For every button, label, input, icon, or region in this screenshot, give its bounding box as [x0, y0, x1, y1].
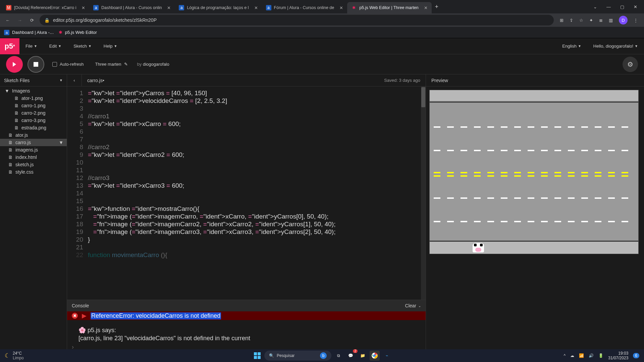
- file-item[interactable]: 🗎index.html: [0, 154, 67, 161]
- browser-tabs: M [Dúvida] ReferenceError: xCarro i ✕ a …: [0, 0, 587, 13]
- menu-sketch[interactable]: Sketch▼: [67, 38, 98, 54]
- new-tab-button[interactable]: +: [432, 0, 442, 13]
- taskbar-center: 🔍 Pesquisar b ⧉ 💬2 📁 ⌁: [252, 351, 392, 361]
- reading-list-icon[interactable]: ≣: [599, 18, 603, 23]
- minimize-icon[interactable]: ―: [606, 4, 611, 9]
- explorer-button[interactable]: 📁: [358, 351, 368, 361]
- chevron-down-icon[interactable]: ⌄: [593, 4, 597, 9]
- vscode-button[interactable]: ⌁: [382, 351, 392, 361]
- file-item[interactable]: 🗎style.css: [0, 168, 67, 176]
- collapse-sidebar-button[interactable]: ‹: [67, 74, 82, 86]
- menubar: p5* File▼ Edit▼ Sketch▼ Help▼ English▼ H…: [0, 38, 644, 54]
- console-error[interactable]: ✖ ▶ ReferenceError: velocidadeCarros is …: [67, 311, 426, 320]
- browser-tab[interactable]: a Fórum | Alura - Cursos online de ✕: [262, 2, 347, 13]
- file-item[interactable]: 🗎imagens.js: [0, 146, 67, 154]
- close-icon[interactable]: ✕: [254, 5, 258, 10]
- menu-edit[interactable]: Edit▼: [43, 38, 67, 54]
- reload-button[interactable]: ⟳: [28, 16, 36, 24]
- taskbar-clock[interactable]: 19:03 31/07/2023: [608, 351, 628, 360]
- chevron-down-icon[interactable]: ▼: [59, 140, 63, 145]
- gmail-icon: M: [6, 5, 11, 10]
- address-bar[interactable]: 🔒 editor.p5js.org/diogogarofalo/sketches…: [40, 15, 554, 25]
- taskbar-weather[interactable]: ☾ 24°C Limpo: [0, 351, 24, 360]
- start-button[interactable]: [252, 351, 262, 361]
- console-clear-button[interactable]: Clear⌄: [405, 303, 421, 308]
- play-button[interactable]: [6, 56, 23, 73]
- editor-body: Sketch Files ▼ ▼Imagens 🗎ator-1.png 🗎car…: [0, 74, 644, 349]
- back-button[interactable]: ←: [3, 16, 12, 24]
- p5-logo[interactable]: p5*: [0, 38, 19, 54]
- file-item[interactable]: 🗎carro-3.png: [0, 117, 67, 124]
- extensions-icon[interactable]: ✦: [589, 18, 593, 23]
- chrome-button[interactable]: [370, 351, 380, 361]
- bookmark-item[interactable]: ✱ p5.js Web Editor: [59, 30, 97, 35]
- file-tab[interactable]: carro.js•: [82, 78, 110, 83]
- code-editor[interactable]: 12345678910111213141516171819202122 ="kw…: [67, 86, 426, 300]
- browser-tab[interactable]: a Dashboard | Alura - Cursos onlin ✕: [89, 2, 175, 13]
- browser-tab[interactable]: M [Dúvida] ReferenceError: xCarro i ✕: [2, 2, 89, 13]
- kebab-menu-icon[interactable]: ⋮: [634, 18, 638, 23]
- scrollbar-thumb[interactable]: [421, 87, 425, 107]
- bookmark-label: p5.js Web Editor: [65, 30, 97, 35]
- notifications-button[interactable]: 6: [633, 353, 639, 358]
- sidebar-header[interactable]: Sketch Files ▼: [0, 74, 67, 86]
- volume-icon[interactable]: 🔊: [589, 353, 594, 358]
- console-body: ✖ ▶ ReferenceError: velocidadeCarros is …: [67, 311, 426, 349]
- onedrive-icon[interactable]: ☁: [570, 353, 574, 358]
- close-icon[interactable]: ✕: [424, 5, 428, 10]
- close-icon[interactable]: ✕: [82, 5, 85, 10]
- code-content[interactable]: ="kw">let ="ident">yCarros = [40, 96, 15…: [86, 86, 426, 300]
- folder-item[interactable]: ▼Imagens: [0, 87, 67, 95]
- file-icon: 🗎: [8, 155, 13, 160]
- bookmark-icon[interactable]: ☆: [579, 18, 583, 23]
- tab-title: Fórum | Alura - Cursos online de: [274, 5, 334, 10]
- sidepanel-icon[interactable]: ▥: [609, 18, 613, 23]
- wifi-icon[interactable]: 📶: [579, 353, 584, 358]
- file-item[interactable]: 🗎carro-2.png: [0, 109, 67, 117]
- scrollbar[interactable]: [421, 86, 426, 300]
- chevron-up-icon[interactable]: ^: [564, 353, 566, 358]
- autorefresh-label: Auto-refresh: [60, 62, 84, 67]
- pencil-icon: ✎: [124, 62, 128, 67]
- menu-file[interactable]: File▼: [19, 38, 43, 54]
- language-selector[interactable]: English▼: [556, 38, 587, 54]
- file-item[interactable]: 🗎sketch.js: [0, 161, 67, 168]
- settings-button[interactable]: ⚙: [623, 57, 638, 72]
- chat-button[interactable]: 💬2: [345, 351, 356, 361]
- forward-button[interactable]: →: [15, 16, 24, 24]
- translate-icon[interactable]: ⊞: [560, 18, 564, 23]
- console-prompt[interactable]: ›: [67, 342, 426, 349]
- file-item-selected[interactable]: 🗎carro.js▼: [0, 139, 67, 146]
- battery-icon[interactable]: 🔋: [598, 353, 603, 358]
- file-item[interactable]: 🗎carro-1.png: [0, 102, 67, 109]
- browser-tab-active[interactable]: ✱ p5.js Web Editor | Three marten ✕: [347, 2, 431, 13]
- p5-icon: ✱: [351, 5, 357, 10]
- user-greeting[interactable]: Hello, diogogarofalo!▼: [587, 38, 644, 54]
- profile-avatar[interactable]: D: [619, 16, 628, 24]
- stop-button[interactable]: [28, 56, 44, 73]
- stop-icon: [34, 62, 38, 67]
- file-item[interactable]: 🗎ator-1.png: [0, 95, 67, 102]
- sketch-name[interactable]: Three marten ✎: [95, 62, 128, 67]
- taskview-button[interactable]: ⧉: [333, 351, 343, 361]
- close-icon[interactable]: ✕: [167, 5, 171, 10]
- close-icon[interactable]: ✕: [339, 5, 343, 10]
- checkbox-icon: [52, 62, 57, 67]
- file-item[interactable]: 🗎estrada.png: [0, 124, 67, 131]
- file-icon: 🗎: [14, 96, 19, 101]
- moon-icon: ☾: [5, 352, 10, 359]
- system-tray: ^ ☁ 📶 🔊 🔋 19:03 31/07/2023 6: [564, 351, 644, 360]
- share-icon[interactable]: ⇪: [570, 18, 573, 23]
- bookmark-item[interactable]: a Dashboard | Alura -…: [4, 30, 54, 35]
- file-icon: 🗎: [8, 140, 13, 145]
- taskbar-search[interactable]: 🔍 Pesquisar b: [264, 351, 331, 361]
- menu-help[interactable]: Help▼: [98, 38, 123, 54]
- maximize-icon[interactable]: ▢: [620, 4, 624, 9]
- browser-tab[interactable]: a Lógica de programação: laços e l ✕: [175, 2, 262, 13]
- saved-status: Saved: 3 days ago: [384, 78, 426, 83]
- close-icon[interactable]: ✕: [634, 4, 637, 9]
- file-item[interactable]: 🗎ator.js: [0, 131, 67, 139]
- sketch-canvas[interactable]: [429, 90, 639, 254]
- autorefresh-toggle[interactable]: Auto-refresh: [52, 62, 84, 67]
- file-icon: 🗎: [14, 110, 19, 116]
